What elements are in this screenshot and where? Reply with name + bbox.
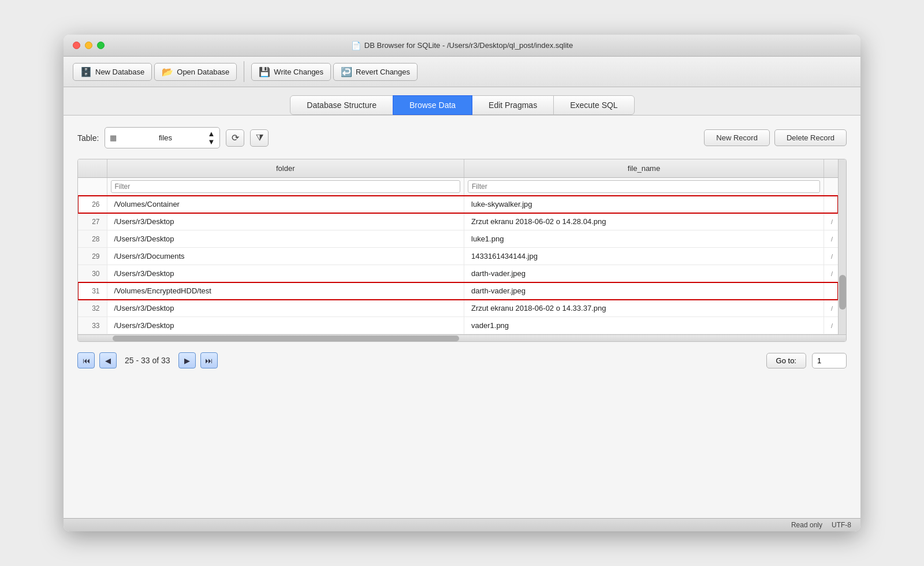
col-file-name[interactable]: file_name (464, 159, 824, 178)
cell-extra (824, 282, 839, 300)
cell-extra: / (824, 300, 839, 317)
tab-browse-data[interactable]: Browse Data (393, 95, 472, 115)
new-record-button[interactable]: New Record (704, 129, 770, 146)
toolbar: 🗄️ New Database 📂 Open Database 💾 Write … (64, 57, 860, 87)
table-spinner[interactable]: ▲ ▼ (207, 130, 215, 146)
goto-button[interactable]: Go to: (766, 353, 806, 368)
col-folder[interactable]: folder (107, 159, 464, 178)
delete-record-button[interactable]: Delete Record (774, 129, 847, 146)
maximize-button[interactable] (97, 42, 105, 49)
cell-file-name: darth-vader.jpeg (464, 265, 824, 282)
row-number: 28 (78, 230, 107, 248)
cell-file-name: luke1.png (464, 230, 824, 248)
filter-icon: ⧩ (256, 133, 263, 143)
statusbar: Read only UTF-8 (64, 518, 860, 531)
refresh-button[interactable]: ⟳ (226, 129, 244, 147)
row-number: 27 (78, 213, 107, 230)
table-row[interactable]: 31/Volumes/EncryptedHDD/testdarth-vader.… (78, 282, 838, 300)
row-number: 30 (78, 265, 107, 282)
minimize-button[interactable] (85, 42, 92, 49)
h-scrollbar-thumb[interactable] (113, 336, 459, 341)
read-only-status: Read only (791, 521, 822, 529)
table-selector: Table: ▦ files ▲ ▼ ⟳ ⧩ (77, 127, 269, 148)
cell-file-name: Zrzut ekranu 2018-06-02 o 14.33.37.png (464, 300, 824, 317)
table-row[interactable]: 30/Users/r3/Desktopdarth-vader.jpeg/ (78, 265, 838, 282)
traffic-lights (73, 42, 105, 49)
table-body: 26/Volumes/Containerluke-skywalker.jpg27… (78, 196, 838, 334)
filter-row-num (78, 178, 107, 196)
last-page-button[interactable]: ⏭ (200, 352, 218, 368)
cell-folder: /Users/r3/Desktop (107, 317, 464, 334)
col-row-num (78, 159, 107, 178)
col-extra (824, 159, 839, 178)
tab-bar: Database Structure Browse Data Edit Prag… (64, 87, 860, 116)
table-row[interactable]: 27/Users/r3/DesktopZrzut ekranu 2018-06-… (78, 213, 838, 230)
cell-extra (824, 196, 839, 213)
close-button[interactable] (73, 42, 80, 49)
cell-file-name: Zrzut ekranu 2018-06-02 o 14.28.04.png (464, 213, 824, 230)
filter-row (78, 178, 838, 196)
filter-button[interactable]: ⧩ (250, 129, 269, 147)
prev-page-button[interactable]: ◀ (99, 352, 117, 368)
table-row[interactable]: 28/Users/r3/Desktopluke1.png/ (78, 230, 838, 248)
filter-filename-input[interactable] (468, 180, 820, 193)
goto-area: Go to: (766, 353, 847, 368)
scrollbar-thumb[interactable] (839, 275, 846, 310)
new-db-icon: 🗄️ (80, 66, 92, 77)
vertical-scrollbar[interactable] (838, 159, 846, 334)
cell-folder: /Volumes/EncryptedHDD/test (107, 282, 464, 300)
open-database-button[interactable]: 📂 Open Database (154, 63, 237, 81)
table-header-row: folder file_name (78, 159, 838, 178)
content-area: Table: ▦ files ▲ ▼ ⟳ ⧩ New Record (64, 116, 860, 518)
cell-extra: / (824, 248, 839, 265)
table-label: Table: (77, 133, 99, 143)
tab-edit-pragmas[interactable]: Edit Pragmas (472, 95, 554, 115)
row-number: 32 (78, 300, 107, 317)
refresh-icon: ⟳ (232, 132, 239, 143)
cell-extra: / (824, 213, 839, 230)
cell-folder: /Users/r3/Desktop (107, 213, 464, 230)
filter-extra-cell (824, 178, 839, 196)
goto-input[interactable] (812, 353, 847, 368)
new-database-button[interactable]: 🗄️ New Database (73, 63, 152, 81)
first-page-button[interactable]: ⏮ (77, 352, 95, 368)
table-row[interactable]: 32/Users/r3/DesktopZrzut ekranu 2018-06-… (78, 300, 838, 317)
write-icon: 💾 (259, 66, 270, 77)
filter-filename-cell (464, 178, 824, 196)
tab-execute-sql[interactable]: Execute SQL (553, 95, 635, 115)
table-select-wrapper[interactable]: ▦ files ▲ ▼ (105, 127, 220, 148)
row-number: 31 (78, 282, 107, 300)
cell-file-name: darth-vader.jpeg (464, 282, 824, 300)
revert-changes-button[interactable]: ↩️ Revert Changes (333, 63, 418, 81)
data-table: folder file_name (78, 159, 838, 334)
main-window: 📄 DB Browser for SQLite - /Users/r3/Desk… (64, 35, 860, 531)
open-db-icon: 📂 (162, 66, 173, 77)
cell-folder: /Users/r3/Desktop (107, 265, 464, 282)
filter-folder-input[interactable] (111, 180, 461, 193)
page-range: 25 - 33 of 33 (125, 356, 170, 365)
window-title: 📄 DB Browser for SQLite - /Users/r3/Desk… (351, 41, 573, 50)
table-icon: ▦ (110, 133, 154, 142)
cell-folder: /Volumes/Container (107, 196, 464, 213)
horizontal-scrollbar[interactable] (78, 334, 846, 341)
table-with-scrollbar: folder file_name (78, 159, 846, 334)
document-icon: 📄 (351, 41, 361, 50)
titlebar: 📄 DB Browser for SQLite - /Users/r3/Desk… (64, 35, 860, 57)
pagination: ⏮ ◀ 25 - 33 of 33 ▶ ⏭ Go to: (77, 352, 847, 368)
cell-extra: / (824, 317, 839, 334)
table-row[interactable]: 29/Users/r3/Documents1433161434144.jpg/ (78, 248, 838, 265)
cell-folder: /Users/r3/Documents (107, 248, 464, 265)
spinner-down-icon: ▼ (207, 138, 215, 146)
write-changes-button[interactable]: 💾 Write Changes (251, 63, 331, 81)
spinner-up-icon: ▲ (207, 130, 215, 137)
table-name: files (159, 133, 203, 142)
cell-folder: /Users/r3/Desktop (107, 300, 464, 317)
next-page-button[interactable]: ▶ (178, 352, 196, 368)
table-row[interactable]: 26/Volumes/Containerluke-skywalker.jpg (78, 196, 838, 213)
data-table-container: folder file_name (77, 159, 847, 342)
revert-icon: ↩️ (341, 66, 352, 77)
table-row[interactable]: 33/Users/r3/Desktopvader1.png/ (78, 317, 838, 334)
encoding-status: UTF-8 (832, 521, 851, 529)
tab-database-structure[interactable]: Database Structure (290, 95, 393, 115)
page-nav: ⏮ ◀ 25 - 33 of 33 ▶ ⏭ (77, 352, 218, 368)
